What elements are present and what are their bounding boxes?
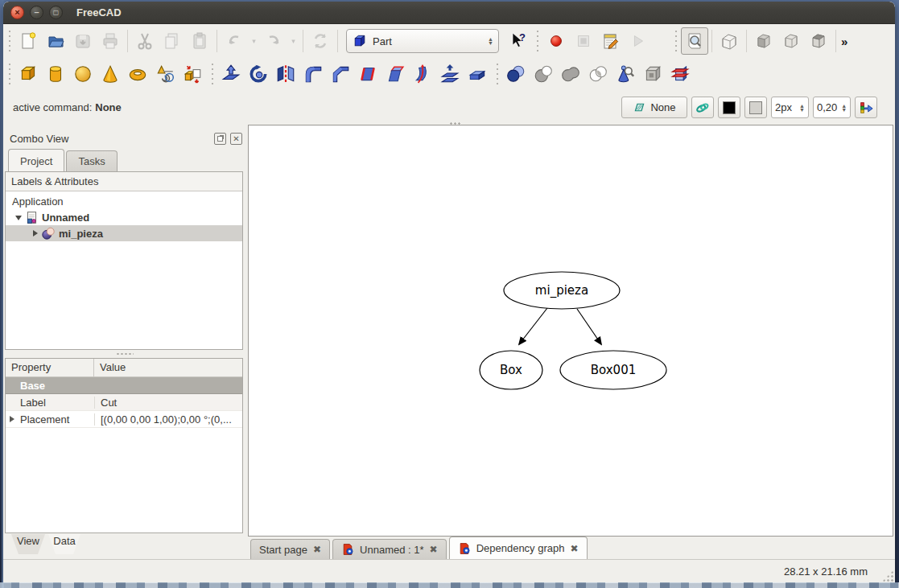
toolbar-overflow-chevron[interactable]: » [841,35,847,48]
part-sphere-button[interactable] [69,60,97,88]
toolbar-handle[interactable] [534,31,541,51]
part-sweep-button[interactable] [409,60,436,88]
combo-view-tabs: Project Tasks [5,149,244,171]
tree-item-unnamed[interactable]: Unnamed [6,209,242,225]
window-maximize-button[interactable]: ▢ [49,6,63,19]
redo-button[interactable] [260,27,287,55]
tab-close-icon[interactable]: ✖ [570,543,578,554]
expander-down-icon[interactable] [15,216,22,220]
open-document-button[interactable] [42,27,69,55]
blue-cube-icon [352,33,368,49]
edge-mi-pieza-box001 [577,309,601,344]
toolbar-handle[interactable] [673,31,679,51]
property-row-placement[interactable]: Placement [(0,00 0,00 1,00);0,00 °;(0,..… [6,411,242,428]
tab-data[interactable]: Data [48,534,80,554]
link-button[interactable] [691,97,714,118]
dock-float-button[interactable] [214,133,226,145]
refresh-button[interactable] [307,27,334,55]
part-offset-button[interactable] [436,60,464,88]
part-revolve-button[interactable] [245,60,272,88]
part-ruledsurface-button[interactable] [354,60,381,88]
cone-icon [100,64,121,84]
part-torus-button[interactable] [124,60,151,88]
tab-close-icon[interactable]: ✖ [313,544,321,555]
part-extrude-button[interactable] [217,60,245,88]
part-boolean-button[interactable] [502,60,530,88]
part-fillet-button[interactable] [299,60,327,88]
point-size-spinner[interactable]: 0,20 ▲▼ [813,97,851,118]
primitives-icon [182,64,203,84]
toolbar-handle[interactable] [6,64,13,84]
part-cone-button[interactable] [97,60,124,88]
line-color-button[interactable] [718,97,740,118]
part-intersection-button[interactable] [584,60,612,88]
part-checkgeometry-button[interactable] [612,60,639,88]
part-cylinder-button[interactable] [42,60,69,88]
part-box-button[interactable] [14,60,42,88]
tree-item-application[interactable]: Application [6,193,242,209]
whats-this-button[interactable]: ? [504,27,531,55]
undo-dropdown[interactable]: ▾ [248,27,260,55]
part-chamfer-button[interactable] [327,60,354,88]
paste-button[interactable] [186,27,213,55]
tab-project[interactable]: Project [8,149,64,171]
cut-button[interactable] [131,27,159,55]
toolbar-separator [337,30,338,52]
mdi-tab-start-page[interactable]: Start page ✖ [250,539,330,559]
draw-style-shaded-button[interactable] [750,27,777,55]
draw-style-wireframe-button[interactable] [777,27,805,55]
toolbar-handle[interactable] [209,64,216,84]
revolve-icon [248,64,269,84]
toolbar-handle[interactable] [6,31,13,51]
line-width-spinner[interactable]: 2px ▲▼ [771,97,809,118]
draw-style-flatlines-button[interactable] [805,27,832,55]
part-crosssections-button[interactable] [666,60,694,88]
dock-horizontal-splitter[interactable] [5,350,244,358]
part-shapebox-button[interactable] [639,60,666,88]
copy-button[interactable] [159,27,186,55]
face-appearance-button[interactable]: None [621,97,687,118]
dock-close-button[interactable]: ✕ [230,133,242,145]
expander-right-icon[interactable] [10,416,14,422]
tab-tasks[interactable]: Tasks [66,150,117,171]
window-close-button[interactable]: × [10,6,24,19]
mdi-tab-dependency-graph[interactable]: Dependency graph ✖ [449,537,588,559]
undo-button[interactable] [221,27,248,55]
axonometric-view-button[interactable] [715,27,743,55]
toolbar-separator [835,30,836,52]
spin-arrows[interactable]: ▲▼ [841,104,847,112]
macro-edit-button[interactable] [597,27,625,55]
part-union-button[interactable] [557,60,584,88]
dependency-graph-canvas[interactable]: mi_pieza Box Box001 [248,125,893,537]
new-document-button[interactable] [14,27,42,55]
resize-grip[interactable] [882,570,893,582]
mdi-tab-unnamed[interactable]: Unnamed : 1* ✖ [332,539,447,559]
toolbar-handle[interactable] [494,64,501,84]
tab-view[interactable]: View [11,534,45,554]
tree-item-mi-pieza[interactable]: mi_pieza [6,225,242,241]
save-button[interactable] [69,27,97,55]
part-cut-button[interactable] [530,60,557,88]
workbench-selector[interactable]: Part ▲▼ [346,29,499,53]
property-group-base[interactable]: Base [6,377,242,394]
expander-right-icon[interactable] [33,230,38,236]
macro-record-button[interactable] [542,27,570,55]
macro-execute-button[interactable] [625,27,652,55]
part-thickness-button[interactable] [464,60,491,88]
part-primitives-button[interactable] [179,60,206,88]
dock-splitter-grip[interactable] [449,121,460,125]
tab-close-icon[interactable]: ✖ [430,544,438,555]
property-row-label[interactable]: Label Cut [6,394,242,411]
part-mirror-button[interactable] [272,60,299,88]
part-loft-button[interactable] [381,60,409,88]
spin-arrows[interactable]: ▲▼ [799,104,805,112]
macro-stop-button[interactable] [570,27,597,55]
part-shapebuilder-button[interactable] [151,60,179,88]
combo-spin-arrows[interactable]: ▲▼ [488,37,493,45]
print-button[interactable] [97,27,124,55]
window-minimize-button[interactable]: – [30,6,43,19]
fit-all-button[interactable] [681,27,708,55]
face-color-button[interactable] [744,97,767,118]
redo-dropdown[interactable]: ▾ [287,27,299,55]
export-view-button[interactable] [855,97,877,118]
